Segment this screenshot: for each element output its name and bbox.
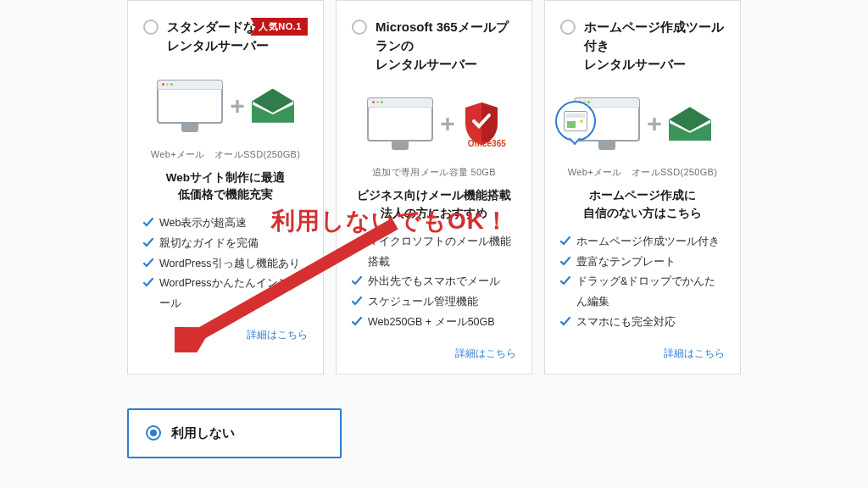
office365-label: Office365 [468,139,506,148]
radio-icon[interactable] [143,19,159,35]
plan-subtext: Web+メール オールSSD(250GB) [143,148,308,161]
check-icon [352,317,362,327]
check-icon [560,317,570,327]
plus-icon: + [647,109,662,138]
check-icon [352,297,362,307]
plan-card-row: 人気NO.1 スタンダードな レンタルサーバー + Web+メール オールSSD… [127,0,741,374]
check-icon [143,278,153,288]
check-icon [352,276,362,286]
plan-illustration: + [560,86,725,161]
plan-title: ホームページ作成ツール付き レンタルサーバー [584,18,725,73]
plan-card-m365[interactable]: Microsoft 365メールプランの レンタルサーバー + Office36… [336,0,532,374]
feature-item: 豊富なテンプレート [560,252,725,273]
feature-list: ホームページ作成ツール付き 豊富なテンプレート ドラッグ&ドロップでかんたん編集… [560,232,725,333]
details-link[interactable]: 詳細はこちら [664,348,725,358]
feature-item: 外出先でもスマホでメール [352,272,516,292]
feature-item: スケジュール管理機能 [352,292,516,313]
popular-badge: 人気NO.1 [250,18,308,36]
feature-item: マイクロソフトのメール機能搭載 [352,232,516,273]
feature-item: ホームページ作成ツール付き [560,232,725,252]
plan-tagline: ホームページ作成に 自信のない方はこちら [560,187,725,222]
feature-item: Web表示が超高速 [143,214,308,234]
plan-card-hp-builder[interactable]: ホームページ作成ツール付き レンタルサーバー + Web+メール オールSSD(… [544,0,741,374]
check-icon [143,218,153,228]
plan-tagline: ビジネス向けメール機能搭載 法人の方におすすめ [352,187,516,222]
radio-icon[interactable] [352,19,367,35]
plan-title: スタンダードな レンタルサーバー [167,18,269,55]
radio-icon[interactable] [560,19,576,35]
details-link[interactable]: 詳細はこちら [247,330,308,340]
check-icon [560,236,570,247]
feature-list: マイクロソフトのメール機能搭載 外出先でもスマホでメール スケジュール管理機能 … [352,232,516,333]
feature-item: WordPressかんたんインストール [143,274,308,314]
plan-tagline: Webサイト制作に最適 低価格で機能充実 [143,169,308,204]
option-none-label: 利用しない [171,425,235,441]
plan-subtext: 追加で専用メール容量 50GB [352,166,516,179]
check-icon [560,257,570,267]
monitor-icon [157,80,223,124]
check-icon [143,238,153,248]
option-none[interactable]: 利用しない [127,408,342,458]
feature-item: スマホにも完全対応 [560,313,725,333]
plan-illustration: + Office365 [352,86,516,161]
feature-list: Web表示が超高速 親切なガイドを完備 WordPress引っ越し機能あり Wo… [143,214,308,314]
feature-item: 親切なガイドを完備 [143,234,308,254]
plan-illustration: + [143,69,308,143]
check-icon [560,276,570,286]
feature-item: ドラッグ&ドロップでかんたん編集 [560,272,725,313]
plan-title: Microsoft 365メールプランの レンタルサーバー [376,18,516,73]
monitor-icon [367,97,433,141]
plus-icon: + [440,109,455,138]
plan-card-standard[interactable]: 人気NO.1 スタンダードな レンタルサーバー + Web+メール オールSSD… [127,0,324,374]
check-icon [352,236,362,247]
shield-icon: Office365 [462,101,501,147]
check-icon [143,258,153,269]
plan-subtext: Web+メール オールSSD(250GB) [560,166,725,179]
plus-icon: + [230,92,245,120]
feature-item: Web250GB + メール50GB [352,313,516,333]
radio-selected-icon[interactable] [146,425,161,441]
details-link[interactable]: 詳細はこちら [455,348,516,358]
feature-item: WordPress引っ越し機能あり [143,254,308,274]
mail-icon [669,107,711,141]
mail-icon [252,89,294,123]
